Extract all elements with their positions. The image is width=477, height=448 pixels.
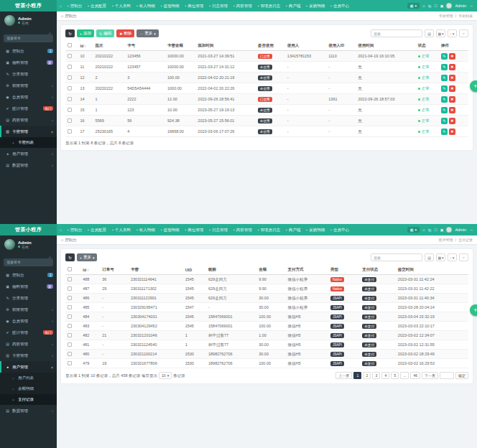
delete-button[interactable]: ✖	[449, 96, 455, 103]
nav-item-商户端[interactable]: ▪商户端	[283, 228, 303, 233]
nav-item-控制台[interactable]: ▪控制台	[65, 228, 85, 233]
pagination-jump-input[interactable]	[440, 372, 454, 379]
nav-item-会员配置[interactable]: ▪会员配置	[85, 228, 109, 233]
更多-button[interactable]: ⋯更多▾	[136, 29, 159, 37]
sidebar-item-数据管理[interactable]: ▤数据管理›	[0, 405, 57, 416]
refresh-button[interactable]: ↻	[65, 29, 75, 37]
nav-item-商位管理[interactable]: ▪商位管理	[182, 228, 206, 233]
row-checkbox[interactable]	[68, 352, 72, 356]
per-page-select[interactable]: 10▾	[159, 372, 172, 379]
select-all-checkbox[interactable]	[68, 43, 72, 47]
nav-item-个人资料[interactable]: ▪个人资料	[109, 4, 134, 9]
delete-button[interactable]: ✖	[449, 129, 455, 135]
sidebar-item-统计管理[interactable]: ✔统计管理热门	[0, 327, 57, 338]
row-checkbox[interactable]	[68, 54, 72, 58]
edit-button[interactable]: ✎	[441, 64, 448, 70]
sidebar-item-权限管理[interactable]: ⚙权限管理›	[0, 304, 57, 315]
module-switcher[interactable]: ▦▾	[407, 3, 420, 9]
sidebar-search-input[interactable]	[4, 34, 53, 42]
sidebar-item-用户管理[interactable]: ●用户管理›	[0, 148, 57, 159]
sidebar-item-物料管理[interactable]: ▣物料管理新	[0, 57, 57, 68]
topbar-avatar[interactable]	[446, 227, 452, 233]
sidebar-search-input[interactable]	[4, 258, 53, 266]
close-icon[interactable]: ✖	[440, 4, 443, 9]
edit-button[interactable]: ✎	[441, 75, 448, 81]
nav-item-管理员日志[interactable]: ▪管理员日志	[255, 4, 283, 9]
sidebar-item-卡密管理[interactable]: ▥卡密管理›	[0, 350, 57, 361]
pagination-ellipsis[interactable]: ...	[400, 372, 409, 379]
nav-item-提现明细[interactable]: ▪提现明细	[158, 4, 182, 9]
row-checkbox[interactable]	[68, 296, 72, 300]
sidebar-item-数据管理[interactable]: ▤数据管理›	[0, 159, 57, 171]
row-checkbox[interactable]	[68, 324, 72, 328]
row-checkbox[interactable]	[68, 97, 72, 101]
sidebar-item-控制台[interactable]: ▦控制台1	[0, 269, 57, 281]
pagination-next[interactable]: 下一页	[422, 372, 438, 379]
breadcrumb-link[interactable]: 卡密列表	[458, 14, 473, 18]
delete-button[interactable]: ✖	[449, 85, 455, 92]
topbar-admin-label[interactable]: Admin	[455, 228, 466, 232]
logout-icon[interactable]: →	[469, 228, 473, 232]
pagination-confirm-button[interactable]: 确定	[455, 372, 468, 379]
row-checkbox[interactable]	[68, 75, 72, 80]
breadcrumb-link[interactable]: 支付记录	[458, 238, 473, 242]
row-checkbox[interactable]	[68, 333, 72, 337]
sidebar-subitem-余额明细[interactable]: ▫余额明细	[0, 383, 57, 394]
row-checkbox[interactable]	[68, 305, 72, 309]
refresh-icon[interactable]: ↻	[428, 228, 432, 233]
edit-button[interactable]: ✎	[441, 96, 448, 103]
nav-item-会员配置[interactable]: ▪会员配置	[85, 4, 109, 9]
export-button[interactable]: ↓▾	[448, 29, 457, 37]
module-switcher[interactable]: ▦▾	[407, 227, 420, 233]
nav-item-收入明细[interactable]: ▪收入明细	[134, 228, 158, 233]
avatar[interactable]	[4, 15, 15, 26]
search-settings-button[interactable]: ⌕	[459, 29, 468, 37]
row-checkbox[interactable]	[68, 277, 72, 281]
delete-button[interactable]: ✖	[449, 75, 455, 81]
edit-button[interactable]: ✎	[441, 118, 448, 124]
select-all-checkbox[interactable]	[68, 267, 72, 271]
nav-home[interactable]: ⌂	[57, 228, 65, 232]
home-icon[interactable]: ⌂	[422, 4, 425, 8]
row-checkbox[interactable]	[68, 118, 72, 123]
row-checkbox[interactable]	[68, 129, 72, 134]
sidebar-subitem-支付记录[interactable]: ▫支付记录	[0, 394, 57, 405]
row-checkbox[interactable]	[68, 86, 72, 90]
nav-item-会员中心[interactable]: ▪会员中心	[328, 228, 352, 233]
columns-button[interactable]: ▦▾	[436, 29, 445, 37]
breadcrumb-link[interactable]: 用户管理	[439, 238, 453, 242]
nav-item-日志管理[interactable]: ▪日志管理	[206, 228, 231, 233]
fullscreen-icon[interactable]: □	[435, 228, 437, 232]
delete-button[interactable]: ✖	[449, 118, 455, 124]
sidebar-item-内容管理[interactable]: ▤内容管理›	[0, 114, 57, 126]
pagination-page[interactable]: 5	[391, 372, 399, 379]
column-header-Id[interactable]: Id↕	[78, 41, 93, 51]
toggle-rows-button[interactable]: ▤	[425, 29, 434, 37]
sidebar-item-内容管理[interactable]: ▤内容管理›	[0, 338, 57, 350]
close-icon[interactable]: ✖	[440, 228, 443, 233]
delete-button[interactable]: ✖	[449, 107, 455, 113]
sidebar-subitem-用户列表[interactable]: ▫用户列表	[0, 373, 57, 383]
pagination-page[interactable]: 2	[363, 372, 371, 379]
nav-home[interactable]: ⌂	[57, 4, 65, 8]
delete-button[interactable]: ✖	[449, 64, 455, 70]
breadcrumb-link[interactable]: 卡密管理	[439, 14, 453, 18]
row-checkbox[interactable]	[68, 342, 72, 347]
search-settings-button[interactable]: ⌕	[459, 253, 468, 261]
float-action-button[interactable]: +	[470, 304, 477, 316]
table-search-input[interactable]	[371, 253, 422, 261]
nav-item-商位管理[interactable]: ▪商位管理	[182, 4, 206, 9]
fullscreen-icon[interactable]: □	[435, 4, 437, 8]
app-logo[interactable]: 管茶小程序	[0, 0, 57, 11]
avatar[interactable]	[4, 239, 15, 250]
sidebar-item-用户管理[interactable]: ●用户管理▾	[0, 361, 57, 373]
nav-item-会员中心[interactable]: ▪会员中心	[328, 4, 352, 9]
sidebar-item-卡密管理[interactable]: ▥卡密管理▾	[0, 126, 57, 137]
nav-item-收入明细[interactable]: ▪收入明细	[134, 4, 158, 9]
row-checkbox[interactable]	[68, 108, 72, 112]
nav-item-商户端[interactable]: ▪商户端	[283, 4, 303, 9]
breadcrumb-home[interactable]: 控制台	[65, 14, 77, 19]
sidebar-item-会员管理[interactable]: ◉会员管理›	[0, 315, 57, 327]
columns-button[interactable]: ▦▾	[436, 253, 445, 261]
删除-button[interactable]: ✖删除	[116, 29, 134, 37]
